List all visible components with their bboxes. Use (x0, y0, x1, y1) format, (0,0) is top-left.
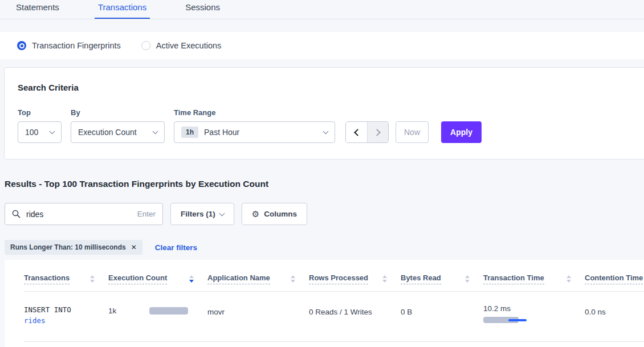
col-bytes-read: Bytes Read (401, 273, 483, 284)
search-criteria-form: Top 100 By Execution Count Time Range 1h… (18, 108, 644, 143)
tab-sessions[interactable]: Sessions (182, 0, 223, 19)
time-range-arrows (345, 121, 389, 143)
tab-transactions[interactable]: Transactions (95, 0, 150, 19)
filter-chip: Runs Longer Than: 10 milliseconds ✕ (5, 240, 142, 255)
chevron-down-icon (219, 211, 225, 217)
transaction-time-bar (483, 317, 546, 323)
time-range-field: Time Range 1h Past Hour (174, 108, 335, 143)
enter-hint: Enter (137, 210, 156, 218)
results-search-box[interactable]: Enter (5, 203, 163, 225)
sql-statement: INSERT INTO (24, 304, 108, 315)
results-heading: Results - Top 100 Transaction Fingerprin… (5, 179, 644, 189)
search-criteria-card: Search Criteria Top 100 By Execution Cou… (4, 67, 644, 160)
time-range-next-button[interactable] (367, 122, 388, 142)
execution-count-cell: 1k (108, 304, 207, 315)
chevron-left-icon (354, 129, 361, 136)
tab-statements[interactable]: Statements (13, 0, 63, 19)
sort-icon[interactable] (291, 275, 295, 283)
results-controls: Enter Filters (1) ⚙ Columns (5, 203, 644, 225)
columns-button[interactable]: ⚙ Columns (242, 203, 307, 225)
sort-icon[interactable] (382, 275, 387, 283)
radio-unselected-icon (141, 41, 150, 50)
by-select-value: Execution Count (78, 128, 148, 137)
by-label: By (71, 108, 165, 117)
contention-time-cell: 0.0 ns (585, 304, 644, 316)
col-contention-time: Contention Time (585, 273, 644, 284)
transaction-link[interactable]: rides (24, 315, 108, 326)
gear-icon: ⚙ (252, 210, 259, 218)
radio-transaction-fingerprints[interactable]: Transaction Fingerprints (17, 41, 121, 50)
top-tab-bar: Statements Transactions Sessions (0, 0, 644, 19)
sort-icon-active[interactable] (189, 275, 194, 283)
clear-filters-link[interactable]: Clear filters (155, 243, 197, 252)
columns-button-label: Columns (264, 210, 297, 218)
radio-label: Active Executions (156, 41, 221, 50)
chevron-right-icon (373, 129, 381, 136)
sort-icon[interactable] (90, 275, 95, 283)
view-mode-strip: Transaction Fingerprints Active Executio… (0, 32, 644, 59)
top-label: Top (18, 108, 62, 117)
sort-icon[interactable] (566, 275, 571, 283)
transaction-time-cell: 10.2 ms (483, 304, 585, 323)
search-input[interactable] (26, 210, 132, 219)
results-table: Transactions Execution Count Application… (5, 260, 644, 347)
top-select-value: 100 (25, 128, 44, 137)
radio-label: Transaction Fingerprints (32, 41, 121, 50)
col-rows-processed: Rows Processed (309, 273, 401, 284)
search-criteria-title: Search Criteria (18, 83, 644, 92)
sort-icon[interactable] (465, 275, 470, 283)
chevron-down-icon (153, 128, 158, 134)
time-range-prev-button[interactable] (346, 122, 367, 142)
col-execution-count: Execution Count (108, 273, 207, 284)
filter-chip-label: Runs Longer Than: 10 milliseconds (10, 243, 126, 251)
remove-filter-icon[interactable]: ✕ (131, 243, 137, 251)
table-header-row: Transactions Execution Count Application… (24, 268, 644, 292)
radio-active-executions[interactable]: Active Executions (141, 41, 221, 50)
execution-count-bar (149, 307, 188, 315)
by-select[interactable]: Execution Count (71, 121, 165, 143)
application-name-cell: movr (207, 304, 309, 316)
filters-button-label: Filters (1) (181, 210, 215, 218)
active-filters-row: Runs Longer Than: 10 milliseconds ✕ Clea… (5, 240, 644, 255)
top-field: Top 100 (18, 108, 62, 143)
col-application-name: Application Name (207, 273, 309, 284)
chevron-down-icon (50, 128, 55, 134)
col-transaction-time: Transaction Time (483, 273, 585, 284)
time-range-value: Past Hour (204, 128, 318, 137)
table-row: INSERT INTO rides 1k movr 0 Reads / 1 Wr… (24, 292, 644, 342)
by-field: By Execution Count (71, 108, 165, 143)
now-button[interactable]: Now (396, 121, 429, 143)
time-range-select[interactable]: 1h Past Hour (174, 121, 335, 143)
radio-selected-icon (17, 41, 26, 50)
bytes-read-cell: 0 B (401, 304, 483, 316)
top-select[interactable]: 100 (18, 121, 62, 143)
time-range-label: Time Range (174, 108, 335, 117)
time-range-badge: 1h (181, 126, 198, 138)
col-transactions: Transactions (24, 273, 108, 284)
transaction-time-bar-stddev (508, 319, 527, 321)
filters-button[interactable]: Filters (1) (170, 203, 234, 225)
apply-button[interactable]: Apply (441, 121, 482, 143)
rows-processed-cell: 0 Reads / 1 Writes (309, 304, 401, 316)
chevron-down-icon (323, 128, 329, 134)
transaction-fingerprint-cell: INSERT INTO rides (24, 304, 108, 326)
search-icon (12, 210, 21, 218)
